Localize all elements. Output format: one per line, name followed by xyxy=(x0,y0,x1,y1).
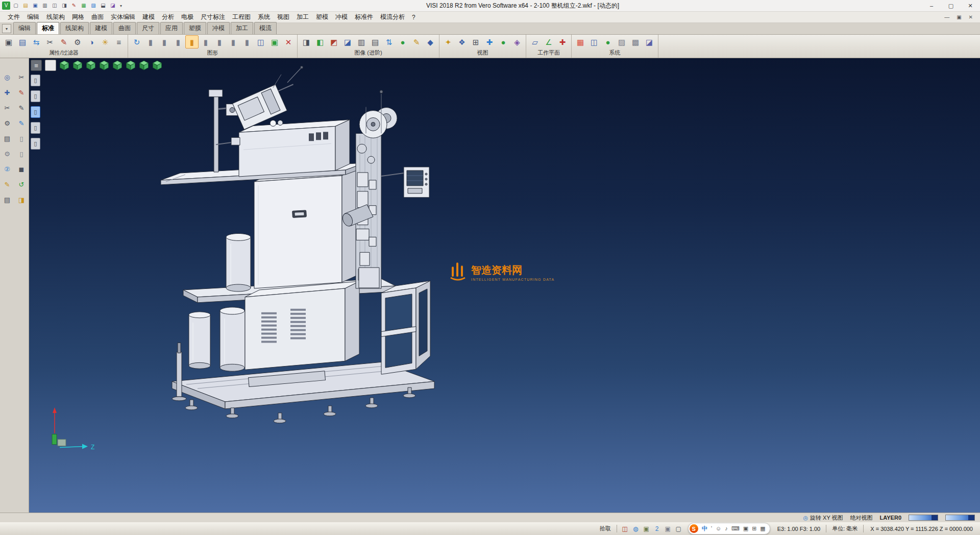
tab-4[interactable]: 建模 xyxy=(90,22,112,34)
view-all-icon[interactable]: ✦ xyxy=(442,35,455,48)
menu-item-1[interactable]: 文件 xyxy=(4,12,23,22)
tab-8[interactable]: 塑膜 xyxy=(184,22,206,34)
dock-move-icon[interactable]: ✚ xyxy=(2,87,13,98)
ime-keyboard-icon[interactable]: ⌨ xyxy=(731,526,740,531)
workplane-angle-icon[interactable]: ∠ xyxy=(542,35,555,48)
view-cube-bottom-icon[interactable] xyxy=(139,60,149,70)
dock-sketch-icon[interactable]: ✎ xyxy=(2,179,13,190)
window-status-icon[interactable]: ▢ xyxy=(674,524,683,533)
delete-graphics-icon[interactable]: ✕ xyxy=(282,35,295,48)
rotate-mode-control[interactable]: ◎ 旋转 XY 视图 xyxy=(803,514,843,522)
dock-list-icon[interactable]: ▤ xyxy=(2,194,13,205)
dock-block-icon[interactable]: ◼ xyxy=(16,163,27,175)
viewport-3d[interactable]: ≡ ▯▯▯▯▯ xyxy=(29,58,980,513)
menu-item-14[interactable]: 加工 xyxy=(293,12,312,22)
monitor-icon[interactable]: ⬓ xyxy=(99,2,107,10)
edit-filter-icon[interactable]: ✎ xyxy=(57,35,70,48)
dock-layers-icon[interactable]: ▤ xyxy=(2,133,13,144)
mdi-close-button[interactable]: ✕ xyxy=(969,14,973,20)
menu-item-3[interactable]: 线架构 xyxy=(43,12,68,22)
edit-image-icon[interactable]: ✎ xyxy=(410,35,423,48)
menu-item-4[interactable]: 网格 xyxy=(68,12,88,22)
mdi-restore-button[interactable]: ▣ xyxy=(957,14,961,20)
layer-drum-5-icon[interactable]: ▮ xyxy=(213,35,226,48)
menu-item-9[interactable]: 电极 xyxy=(178,12,197,22)
dock-undo-icon[interactable]: ↺ xyxy=(16,179,27,190)
filter-slot-2-icon[interactable]: ▯ xyxy=(31,90,40,102)
visi-logo-icon[interactable]: V xyxy=(2,2,10,10)
view-cube-front-icon[interactable] xyxy=(72,60,83,70)
dock-circled-2-icon[interactable]: ② xyxy=(2,163,13,175)
layer-color-bar-1[interactable] xyxy=(909,515,938,521)
view-zoom-icon[interactable]: ✚ xyxy=(483,35,496,48)
view-grid-icon[interactable]: ⊞ xyxy=(469,35,482,48)
view-cube-right-icon[interactable] xyxy=(112,60,122,70)
sogou-logo-icon[interactable]: S xyxy=(690,524,698,533)
view-cube-iso-icon[interactable] xyxy=(59,60,69,70)
maximize-button[interactable]: ▢ xyxy=(941,0,961,11)
viewport-menu-icon[interactable]: ≡ xyxy=(31,60,42,71)
render-mode-status-icon[interactable]: ◫ xyxy=(621,524,629,533)
tab-6[interactable]: 尺寸 xyxy=(137,22,159,34)
tab-1[interactable]: 编辑 xyxy=(13,22,36,34)
tab-dropdown-button[interactable]: ▼ xyxy=(2,24,11,33)
close-button[interactable]: ✕ xyxy=(961,0,980,11)
filter-slot-1-icon[interactable]: ▯ xyxy=(31,75,40,86)
attributes-icon[interactable]: ▣ xyxy=(2,35,15,48)
system-hatch-icon[interactable]: ▨ xyxy=(615,35,628,48)
snapshot-status-icon[interactable]: ▣ xyxy=(642,524,651,533)
active-layer-indicator[interactable]: LAYER0 xyxy=(880,515,901,521)
layer-drum-active-icon[interactable]: ▮ xyxy=(185,35,199,48)
dock-trim-icon[interactable]: ✂ xyxy=(2,102,13,113)
copy-view-icon[interactable]: ◨ xyxy=(60,2,68,10)
filter-settings-icon[interactable]: ⚙ xyxy=(71,35,84,48)
layer-color-bar-2[interactable] xyxy=(945,515,975,521)
texture-icon[interactable]: ▥ xyxy=(355,35,368,48)
dock-folder-icon[interactable]: ◨ xyxy=(16,194,27,205)
menu-item-2[interactable]: 编辑 xyxy=(23,12,43,22)
cad-scene[interactable]: 智造资料网 INTELLIGENT MANUFACTURING DATA Z xyxy=(29,58,980,513)
dock-edit-icon[interactable]: ✎ xyxy=(16,87,27,98)
graphics-box-icon[interactable]: ▣ xyxy=(268,35,281,48)
layer-drum-2-icon[interactable]: ▮ xyxy=(158,35,171,48)
swap-image-icon[interactable]: ⇅ xyxy=(382,35,396,48)
shade-corner2-icon[interactable]: ◪ xyxy=(341,35,354,48)
workplane-icon[interactable]: ▱ xyxy=(528,35,542,48)
save-icon[interactable]: ▣ xyxy=(31,2,39,10)
dock-doc-icon[interactable]: ▯ xyxy=(16,148,27,159)
layer-drum-6-icon[interactable]: ▮ xyxy=(227,35,240,48)
view-iso-icon[interactable]: ◈ xyxy=(510,35,524,48)
system-grid-icon[interactable]: ▩ xyxy=(629,35,642,48)
sphere-render-icon[interactable]: ● xyxy=(396,35,409,48)
cut-filter-icon[interactable]: ✂ xyxy=(43,35,57,48)
ime-skin-icon[interactable]: ▣ xyxy=(743,526,748,531)
ime-toolbox-icon[interactable]: ⊞ xyxy=(752,526,756,531)
dock-draw-icon[interactable]: ✎ xyxy=(16,117,27,129)
layer-manager-icon[interactable]: ◫ xyxy=(254,35,267,48)
system-monitor-icon[interactable]: ◫ xyxy=(587,35,601,48)
menu-item-12[interactable]: 系统 xyxy=(254,12,274,22)
layer-drum-3-icon[interactable]: ▮ xyxy=(172,35,185,48)
view-cube-left-icon[interactable] xyxy=(99,60,109,70)
zoom-2-status-icon[interactable]: 2 xyxy=(653,524,662,533)
workplane-origin-icon[interactable]: ✚ xyxy=(556,35,569,48)
menu-item-5[interactable]: 曲面 xyxy=(88,12,107,22)
menu-item-10[interactable]: 尺寸标注 xyxy=(197,12,229,22)
image-status-icon[interactable]: ▣ xyxy=(664,524,672,533)
ime-emoji-icon[interactable]: ☺ xyxy=(716,526,721,531)
menu-item-13[interactable]: 视图 xyxy=(274,12,293,22)
diamond-render-icon[interactable]: ◆ xyxy=(424,35,437,48)
open-file-icon[interactable]: ▤ xyxy=(21,2,30,10)
layer-drum-7-icon[interactable]: ▮ xyxy=(240,35,254,48)
tab-9[interactable]: 冲模 xyxy=(207,22,230,34)
absolute-view-indicator[interactable]: 绝对视图 xyxy=(850,514,873,522)
print-icon[interactable]: ▥ xyxy=(41,2,49,10)
dock-pen-icon[interactable]: ✎ xyxy=(16,102,27,113)
menu-item-8[interactable]: 分析 xyxy=(158,12,178,22)
mdi-minimize-button[interactable]: — xyxy=(944,14,949,20)
filter-slot-5-icon[interactable]: ▯ xyxy=(31,138,40,150)
system-colors-icon[interactable]: ▦ xyxy=(574,35,587,48)
texture2-icon[interactable]: ▤ xyxy=(369,35,382,48)
grid-icon[interactable]: ▦ xyxy=(80,2,88,10)
filter-slot-3-icon[interactable]: ▯ xyxy=(31,106,40,118)
